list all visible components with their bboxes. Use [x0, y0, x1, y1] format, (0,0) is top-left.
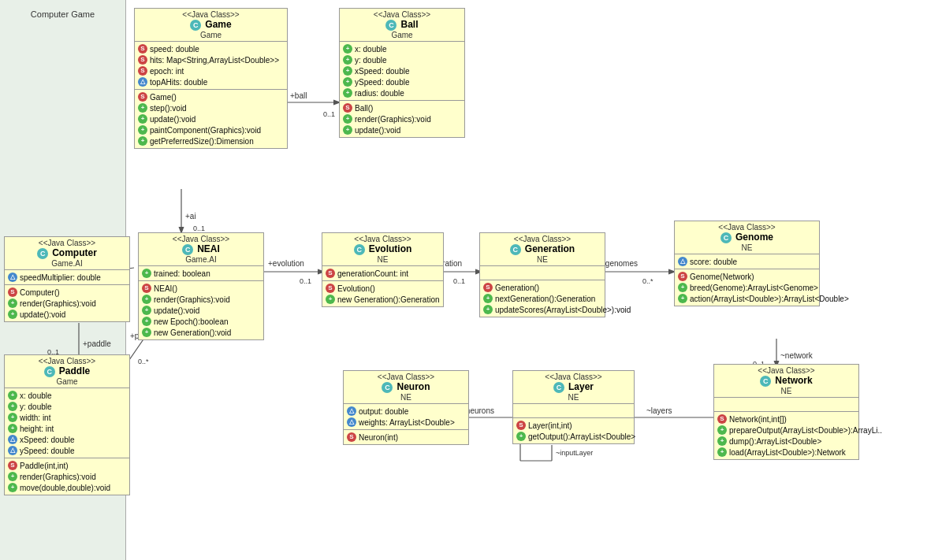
genome-attributes: △ score: double	[675, 254, 819, 269]
paddle-methods: S Paddle(int,int) + render(Graphics):voi…	[5, 458, 129, 495]
ball-vis-1: +	[343, 55, 352, 65]
neuron-methods: S Neuron(int)	[344, 430, 468, 444]
ball-vis-3: +	[343, 77, 352, 87]
evolution-header: <<Java Class>> Evolution NE	[322, 233, 443, 266]
paddle-method-1: + render(Graphics):void	[8, 471, 126, 482]
game-attr-text-0: speed: double	[150, 45, 199, 54]
neuron-method-text-0: Neuron(int)	[359, 433, 398, 442]
network-mvis-1: +	[717, 425, 727, 435]
evolution-attr-text-0: generationCount: int	[337, 269, 408, 278]
layer-method-text-0: Layer(int,int)	[528, 421, 572, 430]
svg-text:~inputLayer: ~inputLayer	[556, 449, 593, 457]
paddle-header: <<Java Class>> Paddle Game	[5, 355, 129, 388]
genome-header: <<Java Class>> Genome NE	[675, 221, 819, 254]
game-method-text-2: update():void	[150, 115, 195, 124]
evolution-method-0: S Evolution()	[326, 283, 440, 294]
game-vis-3: △	[138, 77, 147, 87]
class-evolution: <<Java Class>> Evolution NE S generation…	[322, 232, 444, 307]
paddle-class-icon	[44, 366, 55, 377]
game-mvis-3: +	[138, 125, 147, 135]
neuron-class-icon	[382, 382, 393, 393]
evolution-vis-0: S	[326, 269, 335, 278]
paddle-attr-text-2: width: int	[20, 414, 50, 422]
generation-method-text-0: Generation()	[495, 284, 539, 292]
neai-class-name: NEAI	[197, 243, 220, 254]
ball-method-2: + update():void	[343, 124, 461, 135]
neai-attr-0: + trained: boolean	[142, 268, 260, 279]
computer-vis-0: △	[8, 273, 17, 282]
class-paddle: <<Java Class>> Paddle Game + x: double +…	[4, 354, 130, 495]
layer-package: NE	[516, 393, 631, 402]
generation-method-1: + nextGeneration():Generation	[483, 293, 601, 304]
svg-text:~network: ~network	[780, 351, 814, 360]
class-layer: <<Java Class>> Layer NE S Layer(int,int)…	[512, 370, 635, 444]
computer-method-text-0: Computer()	[20, 288, 60, 297]
svg-text:0..*: 0..*	[642, 277, 653, 285]
computer-method-0: S Computer()	[8, 287, 126, 298]
ball-attr-text-4: radius: double	[355, 89, 404, 98]
paddle-vis-1: +	[8, 402, 17, 411]
game-attr-2: S epoch: int	[138, 65, 284, 76]
paddle-attr-text-4: xSpeed: double	[20, 436, 75, 444]
paddle-mvis-1: +	[8, 472, 17, 481]
neai-mvis-1: +	[142, 295, 151, 304]
generation-method-2: + updateScores(ArrayList<Double>):void	[483, 304, 601, 315]
paddle-vis-3: +	[8, 424, 17, 433]
game-attr-1: S hits: Map<String,ArrayList<Double>>	[138, 54, 284, 65]
generation-method-text-1: nextGeneration():Generation	[495, 295, 595, 303]
network-class-icon	[760, 376, 771, 387]
network-mvis-2: +	[717, 436, 727, 446]
game-vis-2: S	[138, 66, 147, 76]
paddle-method-text-0: Paddle(int,int)	[20, 462, 69, 470]
neai-method-4: + new Generation():void	[142, 327, 260, 338]
computer-attributes: △ speedMultiplier: double	[5, 270, 129, 285]
ball-method-text-2: update():void	[355, 126, 400, 135]
game-class-icon	[190, 20, 201, 31]
neai-method-text-4: new Generation():void	[154, 328, 231, 337]
ball-vis-4: +	[343, 88, 352, 98]
svg-text:+evolution: +evolution	[268, 259, 304, 268]
layer-method-0: S Layer(int,int)	[516, 420, 631, 431]
svg-text:0..1: 0..1	[323, 110, 335, 118]
ball-mvis-2: +	[343, 125, 352, 135]
paddle-method-2: + move(double,double):void	[8, 482, 126, 493]
paddle-method-text-2: move(double,double):void	[20, 484, 110, 492]
genome-method-text-1: breed(Genome):ArrayList<Genome>	[690, 284, 818, 292]
game-methods: S Game() + step():void + update():void +…	[135, 90, 287, 148]
ball-method-1: + render(Graphics):void	[343, 113, 461, 124]
genome-mvis-0: S	[678, 272, 687, 281]
svg-text:0..1: 0..1	[300, 277, 311, 285]
game-method-4: + getPreferredSize():Dimension	[138, 135, 284, 146]
layer-method-text-1: getOutput():ArrayList<Double>	[528, 432, 635, 441]
generation-attr-text-empty	[483, 269, 486, 277]
ball-attr-text-1: y: double	[355, 56, 387, 65]
paddle-attr-0: + x: double	[8, 390, 126, 401]
paddle-attr-text-3: height: int	[20, 425, 54, 433]
ball-methods: S Ball() + render(Graphics):void + updat…	[340, 101, 464, 137]
evolution-mvis-0: S	[326, 284, 335, 293]
ball-attr-3: + ySpeed: double	[343, 76, 461, 87]
layer-header: <<Java Class>> Layer NE	[513, 371, 634, 404]
paddle-attr-5: △ ySpeed: double	[8, 445, 126, 456]
paddle-attributes: + x: double + y: double + width: int + h…	[5, 388, 129, 458]
neuron-mvis-0: S	[347, 432, 356, 442]
computer-stereotype: <<Java Class>>	[8, 239, 126, 247]
svg-text:0..1: 0..1	[453, 277, 465, 285]
ball-method-0: S Ball()	[343, 102, 461, 113]
ball-mvis-1: +	[343, 114, 352, 124]
evolution-stereotype: <<Java Class>>	[326, 235, 440, 243]
game-method-3: + paintComponent(Graphics):void	[138, 124, 284, 135]
neai-mvis-2: +	[142, 306, 151, 315]
network-method-3: + load(ArrayList<Double>):Network	[717, 447, 855, 458]
evolution-package: NE	[326, 255, 440, 264]
paddle-vis-4: △	[8, 435, 17, 444]
genome-class-name: Genome	[735, 232, 773, 243]
genome-mvis-2: +	[678, 294, 687, 303]
neai-attr-text-0: trained: boolean	[154, 269, 210, 278]
paddle-vis-5: △	[8, 446, 17, 455]
computer-mvis-1: +	[8, 299, 17, 308]
game-method-1: + step():void	[138, 102, 284, 113]
evolution-class-name: Evolution	[369, 243, 412, 254]
neai-method-text-3: new Epoch():boolean	[154, 317, 229, 326]
ball-class-icon	[385, 20, 397, 31]
